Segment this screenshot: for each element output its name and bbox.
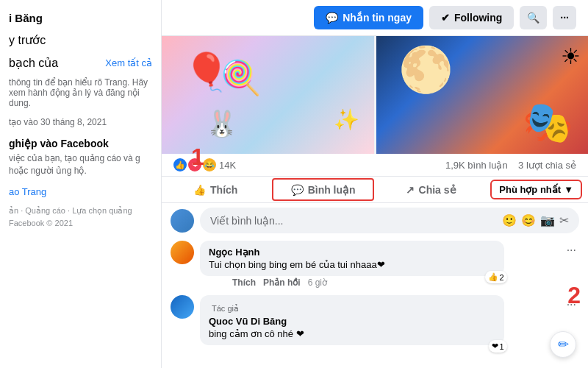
comment-avatar-1 <box>171 241 194 264</box>
sun-emoji: ☀ <box>561 43 581 69</box>
write-pencil-icon: ✏ <box>558 336 569 353</box>
commenter-avatar <box>171 209 194 233</box>
emoji-happy-icon[interactable]: 😊 <box>521 213 536 227</box>
comment-bubble-icon: 💬 <box>291 184 304 196</box>
haha-icon: 😂 <box>203 158 216 171</box>
comment-item: Ngọc Hạnh Tui chọn bing bing em bé của t… <box>162 238 588 292</box>
main-content: 💬 Nhắn tin ngay ✔ Following 🔍 ··· 🎈 🍭 🐰 … <box>162 0 588 368</box>
moon-emoji: 🌕 <box>398 43 453 96</box>
number-label-2: 2 <box>567 282 581 309</box>
author-label: Tác giả <box>209 303 242 314</box>
sidebar: i Băng y trước bạch của Xem tất cả thông… <box>0 0 162 368</box>
comment-like-link-1[interactable]: Thích <box>232 277 256 288</box>
write-icon[interactable]: ✏ <box>550 331 576 358</box>
comment-reaction-2: ❤ 1 <box>489 340 507 353</box>
action-buttons: 👍 Thích 💬 Bình luận ↗ Chia sẻ Phù hợp nh… <box>162 177 588 203</box>
sidebar-back-label: y trước <box>9 34 46 46</box>
comment-share-count: 1,9K bình luận 3 lượt chia sẻ <box>445 160 576 171</box>
sort-chevron-icon: ▼ <box>564 184 573 195</box>
following-button[interactable]: ✔ Following <box>429 6 514 29</box>
reaction-like-icon: 👍 <box>488 272 498 282</box>
photo-left: 🎈 🍭 🐰 ✨ <box>162 36 374 154</box>
reactions-bar: 👍 ❤ 😂 14K 1,9K bình luận 3 lượt chia sẻ <box>162 154 588 177</box>
number-label-1: 1 <box>191 144 204 171</box>
reaction-count-2: 1 <box>500 342 504 351</box>
comments-section: Viết bình luận... 🙂 😊 📷 ✂ Ngọc Hạnh Tui … <box>162 203 588 368</box>
sidebar-friends: bạch của Xem tất cả <box>0 52 161 74</box>
comment-time-1: 6 giờ <box>308 277 327 288</box>
comment-item-2: Tác giả Quoc Vũ Di Băng bing cảm ơn cô n… <box>162 292 588 348</box>
message-button[interactable]: 💬 Nhắn tin ngay <box>314 6 423 29</box>
reaction-total: 14K <box>219 160 236 171</box>
reaction-heart-icon: ❤ <box>492 342 498 351</box>
comment-author-2: Quoc Vũ Di Băng <box>209 316 495 327</box>
like-icon: 👍 <box>173 158 187 171</box>
following-check-icon: ✔ <box>441 12 450 24</box>
photos-area: 🎈 🍭 🐰 ✨ 🌕 🎭 ☀ <box>162 36 588 154</box>
comment-bubble-1: Ngọc Hạnh Tui chọn bing bing em bé của t… <box>200 241 504 276</box>
comment-button[interactable]: 💬 Bình luận <box>269 177 376 202</box>
comment-bubble-2: Tác giả Quoc Vũ Di Băng bing cảm ơn cô n… <box>200 295 504 345</box>
bunny-emoji: 🐰 <box>206 109 238 139</box>
sort-bar: Phù hợp nhất ▼ <box>484 177 588 202</box>
comment-reaction-1: 👍 2 <box>485 271 507 283</box>
share-icon: ↗ <box>406 184 415 196</box>
sidebar-created-date: tạo vào 30 tháng 8, 2021 <box>0 114 161 133</box>
message-icon: 💬 <box>326 12 338 24</box>
comment-emoji-toolbar: 🙂 😊 📷 ✂ <box>502 213 569 227</box>
comment-input-box[interactable]: Viết bình luận... 🙂 😊 📷 ✂ <box>200 208 579 233</box>
emoji-smile-icon[interactable]: 🙂 <box>502 213 517 227</box>
sidebar-friends-title: bạch của <box>9 56 58 70</box>
emoji-sticker-icon[interactable]: ✂ <box>559 213 569 227</box>
comment-text-1: Tui chọn bing bing em bé của tui nhaaa❤ <box>209 259 495 270</box>
photo-right: 🌕 🎭 ☀ <box>376 36 589 154</box>
sidebar-back[interactable]: y trước <box>0 29 161 52</box>
sidebar-promo-title: ghiệp vào Facebook <box>0 133 161 151</box>
sparkle-emoji: ✨ <box>334 107 359 132</box>
share-button[interactable]: ↗ Chia sẻ <box>377 177 484 202</box>
sort-dropdown[interactable]: Phù hợp nhất ▼ <box>490 180 582 199</box>
comment-reply-link-1[interactable]: Phản hồi <box>263 277 301 288</box>
comment-avatar-2 <box>171 295 194 319</box>
comment-text-2: bing cảm ơn cô nhé ❤ <box>209 328 495 339</box>
sidebar-profile-link[interactable]: ao Trang <box>0 183 161 200</box>
sidebar-view-all-link[interactable]: Xem tất cả <box>105 57 152 68</box>
comment-placeholder: Viết bình luận... <box>210 215 283 227</box>
search-button[interactable]: 🔍 <box>520 6 547 29</box>
more-icon: ··· <box>560 12 569 24</box>
sidebar-promo-text: việc của bạn, tạo quảng cáo và g hoặc ng… <box>0 151 161 183</box>
sidebar-title: i Băng <box>0 7 161 29</box>
lollipop-emoji: 🍭 <box>220 58 262 97</box>
reaction-count: 👍 ❤ 😂 14K <box>173 158 236 171</box>
comment-input-area: Viết bình luận... 🙂 😊 📷 ✂ <box>162 203 588 238</box>
comment-heart-emoji: ❤ <box>296 328 304 339</box>
like-thumb-icon: 👍 <box>193 184 206 196</box>
comment-author-1: Ngọc Hạnh <box>209 247 495 258</box>
reaction-count-1: 2 <box>500 273 504 282</box>
top-bar: 💬 Nhắn tin ngay ✔ Following 🔍 ··· <box>162 0 588 36</box>
emoji-camera-icon[interactable]: 📷 <box>540 213 555 227</box>
more-button[interactable]: ··· <box>553 6 576 29</box>
comment-more-icon-1[interactable]: ··· <box>564 241 579 260</box>
sidebar-info-text: thông tin để bạn hiểu rõ Trang. Hãy xem … <box>0 74 161 114</box>
person-bunny-emoji: 🎭 <box>523 99 573 146</box>
sidebar-footer: ản · Quảng cáo · Lựa chọn quảng Facebook… <box>0 200 161 235</box>
search-icon: 🔍 <box>527 12 539 24</box>
like-button[interactable]: 👍 Thích <box>162 177 269 202</box>
